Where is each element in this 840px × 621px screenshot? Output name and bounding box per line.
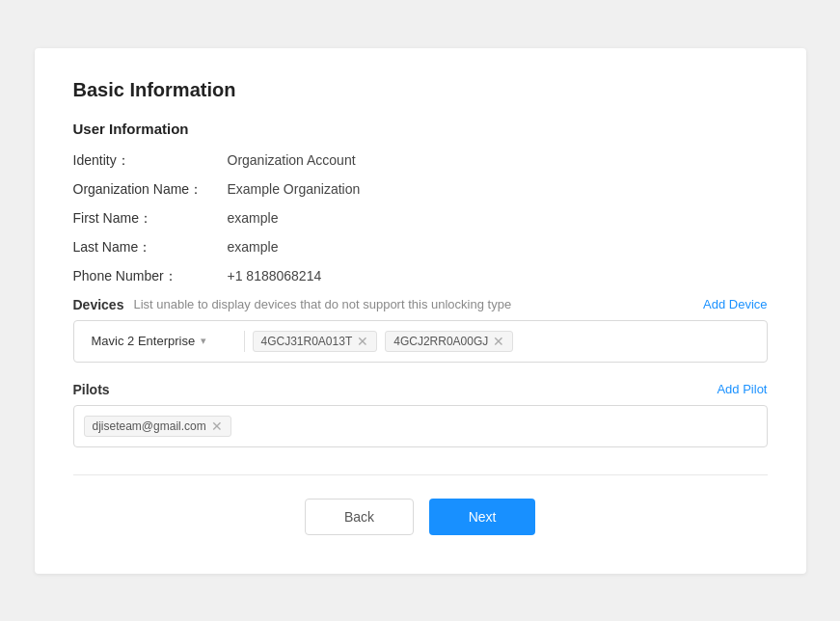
footer-buttons: Back Next: [73, 499, 768, 535]
pilots-box: djiseteam@gmail.com✕: [73, 405, 768, 447]
add-device-link[interactable]: Add Device: [703, 297, 767, 311]
device-select-dropdown[interactable]: Mavic 2 Enterprise ▾: [82, 330, 236, 352]
device-select-value: Mavic 2 Enterprise: [92, 334, 196, 348]
info-label: Phone Number：: [73, 268, 228, 285]
device-tag-id: 4GCJ31R0A013T: [261, 335, 353, 348]
back-button[interactable]: Back: [305, 499, 414, 535]
info-label: Organization Name：: [73, 181, 228, 199]
pilots-header: Pilots Add Pilot: [73, 382, 768, 397]
main-card: Basic Information User Information Ident…: [35, 48, 806, 574]
devices-label: Devices: [73, 297, 124, 312]
info-value: Example Organization: [228, 181, 361, 197]
pilots-label: Pilots: [73, 382, 110, 397]
chevron-down-icon: ▾: [201, 335, 206, 347]
devices-hint: List unable to display devices that do n…: [133, 297, 511, 311]
info-label: Identity：: [73, 152, 228, 170]
info-row: Last Name：example: [73, 239, 768, 256]
next-button[interactable]: Next: [429, 499, 535, 535]
info-value: Organization Account: [228, 152, 356, 168]
pilot-tag-close-icon[interactable]: ✕: [211, 419, 223, 433]
info-label: Last Name：: [73, 239, 228, 256]
subsection-title: User Information: [73, 121, 768, 137]
device-tag-close-icon[interactable]: ✕: [493, 335, 504, 348]
info-value: example: [228, 239, 279, 255]
devices-header-left: Devices List unable to display devices t…: [73, 297, 512, 312]
section-title: Basic Information: [73, 79, 768, 101]
pilot-tag-email: djiseteam@gmail.com: [93, 419, 206, 433]
devices-row: Mavic 2 Enterprise ▾ 4GCJ31R0A013T✕4GCJ2…: [73, 320, 768, 363]
pilot-tag: djiseteam@gmail.com✕: [84, 416, 231, 437]
vertical-divider: [244, 331, 245, 352]
add-pilot-link[interactable]: Add Pilot: [717, 382, 767, 396]
device-tag-id: 4GCJ2RR0A00GJ: [393, 335, 488, 348]
info-value: +1 8188068214: [228, 268, 322, 284]
info-row: First Name：example: [73, 210, 768, 228]
devices-header: Devices List unable to display devices t…: [73, 297, 768, 312]
info-row: Organization Name：Example Organization: [73, 181, 768, 199]
device-tag-close-icon[interactable]: ✕: [357, 335, 368, 348]
info-row: Phone Number：+1 8188068214: [73, 268, 768, 285]
info-label: First Name：: [73, 210, 228, 228]
device-tag: 4GCJ2RR0A00GJ✕: [385, 331, 513, 352]
pilots-section: Pilots Add Pilot djiseteam@gmail.com✕: [73, 382, 768, 447]
divider: [73, 474, 768, 475]
info-value: example: [228, 210, 279, 226]
info-row: Identity：Organization Account: [73, 152, 768, 170]
device-tag: 4GCJ31R0A013T✕: [253, 331, 378, 352]
